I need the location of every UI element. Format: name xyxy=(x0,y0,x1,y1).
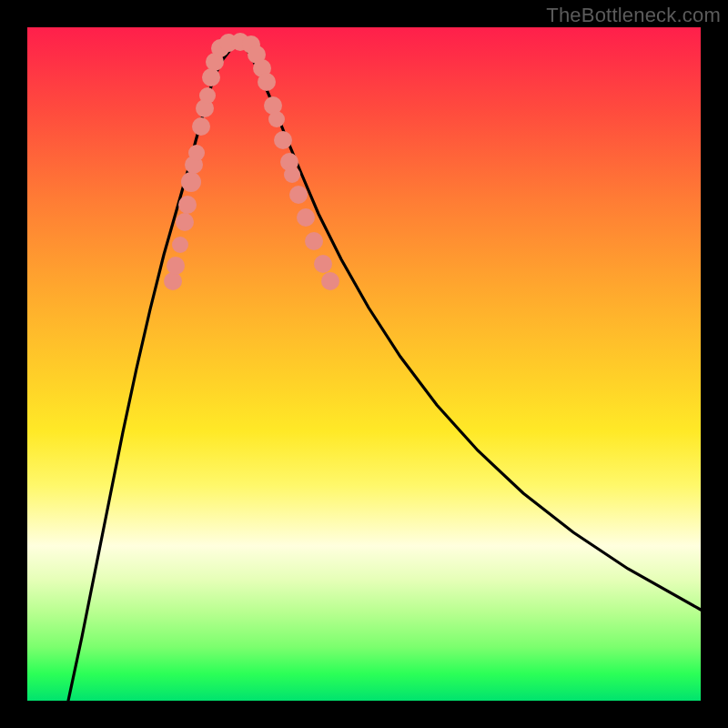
data-marker xyxy=(176,213,194,231)
data-marker xyxy=(289,186,308,204)
data-marker xyxy=(268,111,285,127)
left-curve xyxy=(68,42,237,701)
data-marker xyxy=(284,167,300,183)
data-marker xyxy=(314,255,332,273)
chart-frame: TheBottleneck.com xyxy=(0,0,728,728)
data-marker xyxy=(199,87,216,104)
data-marker xyxy=(164,272,182,290)
data-marker xyxy=(297,208,315,227)
data-marker xyxy=(258,73,276,91)
data-marker xyxy=(202,68,220,86)
watermark-text: TheBottleneck.com xyxy=(546,4,721,27)
data-marker xyxy=(305,232,323,250)
data-marker xyxy=(172,237,188,253)
data-marker xyxy=(321,272,339,290)
data-marker xyxy=(181,172,201,192)
marker-group xyxy=(164,33,339,290)
data-marker xyxy=(274,131,292,149)
data-marker xyxy=(167,257,185,275)
chart-svg xyxy=(27,27,701,701)
data-marker xyxy=(188,145,205,161)
plot-area xyxy=(27,27,701,701)
data-marker xyxy=(192,117,210,136)
right-curve xyxy=(241,42,701,610)
data-marker xyxy=(178,196,197,214)
